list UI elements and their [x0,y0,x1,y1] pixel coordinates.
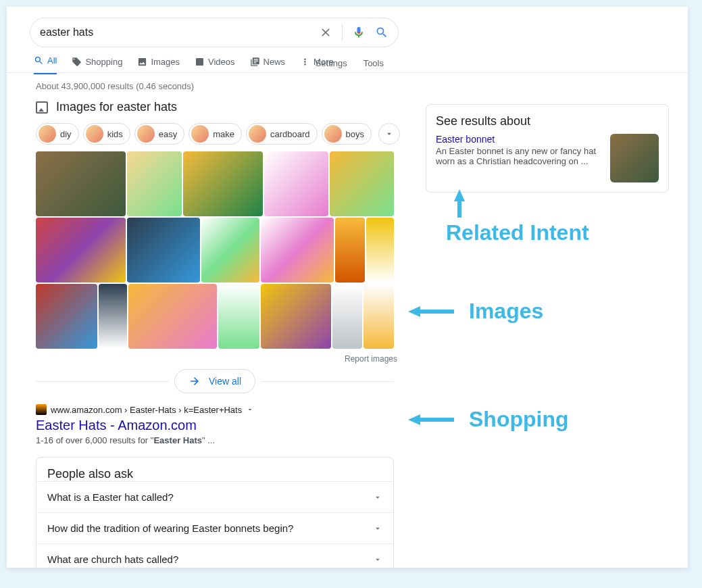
tools-link[interactable]: Tools [363,58,384,68]
knowledge-panel: See results about Easter bonnet An Easte… [426,104,669,193]
image-thumbnail[interactable] [127,151,182,216]
tab-videos[interactable]: Videos [195,57,235,74]
kp-heading: See results about [436,114,659,128]
chip-easy[interactable]: easy [134,123,184,145]
result-breadcrumb[interactable]: www.amazon.com › Easter-Hats › k=Easter+… [36,404,394,415]
chip-diy[interactable]: diy [36,123,79,145]
image-icon [36,101,48,114]
paa-item[interactable]: What are church hats called? [36,543,393,568]
chevron-down-icon [373,493,382,502]
kp-snippet: An Easter bonnet is any new or fancy hat… [436,146,602,166]
images-heading-text: Images for easter hats [56,100,177,114]
tab-images[interactable]: Images [137,57,180,74]
chip-avatar [249,125,266,143]
annotation-related-intent: Related Intent [446,189,589,245]
chip-avatar [86,125,103,143]
image-filter-chips: diy kids easy make cardboard boys [36,123,400,145]
paa-item[interactable]: How did the tradition of wearing Easter … [36,512,393,543]
image-thumbnail[interactable] [261,284,330,349]
microphone-icon[interactable] [352,26,366,39]
kp-link[interactable]: Easter bonnet [436,134,602,145]
arrow-left-icon [408,414,420,425]
paa-item[interactable]: What is a Easter hat called? [36,481,393,512]
tab-all[interactable]: All [34,55,57,74]
view-all-row: View all [36,369,394,393]
search-icon[interactable] [375,26,388,39]
tab-label: Videos [208,57,235,67]
search-icon [34,55,44,66]
image-thumbnail[interactable] [261,218,334,283]
image-thumbnail[interactable] [128,284,217,349]
tab-label: News [264,57,286,67]
tab-label: Shopping [85,57,122,67]
image-icon [137,57,147,67]
chip-boys[interactable]: boys [322,123,372,145]
chip-kids[interactable]: kids [83,123,130,145]
arrow-up-icon [454,189,465,201]
divider [7,72,688,73]
image-thumbnail[interactable] [183,151,263,216]
news-icon [250,57,260,67]
chip-more-button[interactable] [378,123,400,145]
tab-shopping[interactable]: Shopping [72,57,122,74]
divider [36,381,169,382]
more-vert-icon [300,57,310,67]
people-also-ask: People also ask What is a Easter hat cal… [36,457,394,568]
images-heading[interactable]: Images for easter hats [36,100,177,114]
chip-avatar [191,125,209,143]
view-all-button[interactable]: View all [174,369,255,393]
caret-down-icon[interactable] [246,406,254,414]
arrow-right-icon [189,375,201,387]
result-stats: About 43,900,000 results (0.46 seconds) [36,81,194,91]
tab-label: All [47,55,57,66]
annotation-shopping: Shopping [408,407,569,432]
image-thumbnail[interactable] [36,218,126,283]
image-thumbnail[interactable] [330,151,394,216]
image-grid [36,151,394,349]
tab-news[interactable]: News [250,57,286,74]
chip-avatar [324,125,342,143]
tab-label: Images [151,57,180,67]
tag-icon [72,57,82,67]
search-results-page: All Shopping Images Videos News More Set… [7,7,688,568]
image-thumbnail[interactable] [218,284,260,349]
image-thumbnail[interactable] [99,284,127,349]
image-thumbnail[interactable] [332,284,363,349]
image-thumbnail[interactable] [36,284,97,349]
image-thumbnail[interactable] [201,218,259,283]
play-icon [195,57,205,67]
result-snippet: 1-16 of over 6,000 results for "Easter H… [36,435,394,445]
chevron-down-icon [373,524,382,533]
divider [342,24,343,41]
chip-make[interactable]: make [189,123,242,145]
clear-icon[interactable] [319,26,332,39]
favicon-icon [36,404,47,415]
result-title-link[interactable]: Easter Hats - Amazon.com [36,418,394,433]
annotation-images: Images [408,299,543,324]
report-images-link[interactable]: Report images [345,354,397,364]
chevron-down-icon [384,129,394,139]
chip-avatar [137,125,155,143]
arrow-left-icon [408,306,420,317]
search-bar[interactable] [30,18,399,47]
image-thumbnail[interactable] [366,218,394,283]
image-thumbnail[interactable] [264,151,329,216]
paa-heading: People also ask [36,458,393,481]
tools-row: Settings Tools [316,58,384,68]
chip-cardboard[interactable]: cardboard [246,123,318,145]
organic-result: www.amazon.com › Easter-Hats › k=Easter+… [36,404,394,445]
image-thumbnail[interactable] [127,218,200,283]
image-thumbnail[interactable] [335,218,365,283]
divider [261,381,394,382]
image-thumbnail[interactable] [36,151,126,216]
chevron-down-icon [373,555,382,564]
image-thumbnail[interactable] [363,284,394,349]
kp-entry[interactable]: Easter bonnet An Easter bonnet is any ne… [436,134,659,182]
kp-thumbnail [610,134,659,182]
search-input[interactable] [40,26,319,39]
settings-link[interactable]: Settings [316,58,347,68]
chip-avatar [39,125,56,143]
